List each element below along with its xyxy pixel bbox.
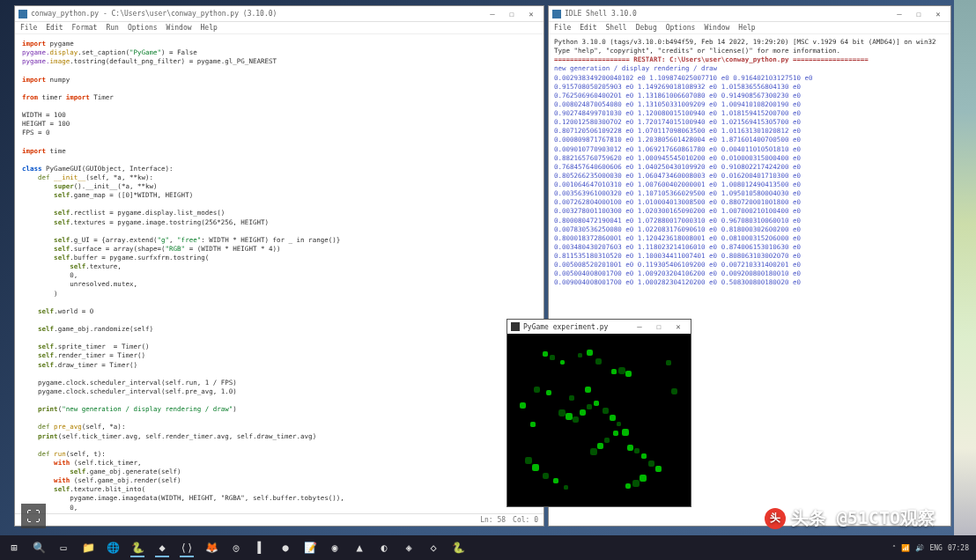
life-cell xyxy=(655,466,662,472)
taskbar-notepad[interactable]: 📝 xyxy=(299,538,321,557)
tray-arrow-icon[interactable]: ˄ xyxy=(892,544,896,552)
editor-menubar: File Edit Format Run Options Window Help xyxy=(15,22,543,34)
menu-edit[interactable]: Edit xyxy=(46,24,63,32)
taskbar-app-blue[interactable]: ◆ xyxy=(152,538,173,557)
taskbar-app-green[interactable]: ◈ xyxy=(398,538,419,557)
maximize-button[interactable]: ☐ xyxy=(650,321,668,333)
volume-icon[interactable]: 🔊 xyxy=(915,544,924,552)
menu-file[interactable]: File xyxy=(20,24,37,32)
life-cell xyxy=(604,438,610,443)
shell-title: IDLE Shell 3.10.0 xyxy=(565,10,891,18)
svg-rect-0 xyxy=(18,10,27,18)
pygame-icon xyxy=(511,322,520,331)
pygame-titlebar[interactable]: PyGame experiment.py — ☐ ✕ xyxy=(507,320,691,334)
taskbar-vscode[interactable]: ⟨⟩ xyxy=(176,538,197,557)
life-cell xyxy=(580,409,586,416)
menu-options[interactable]: Options xyxy=(666,24,696,32)
life-cell xyxy=(534,387,540,393)
taskbar-search[interactable]: 🔍 xyxy=(28,538,49,557)
minimize-button[interactable]: — xyxy=(631,321,648,333)
life-cell xyxy=(627,445,633,451)
minimize-button[interactable]: — xyxy=(484,8,501,20)
language-indicator[interactable]: ENG xyxy=(929,544,942,552)
network-icon[interactable]: 📶 xyxy=(901,544,910,552)
minimize-button[interactable]: — xyxy=(891,8,908,20)
life-cell xyxy=(569,395,574,401)
life-cell xyxy=(530,422,536,427)
taskbar-python1[interactable]: 🐍 xyxy=(127,538,148,557)
taskbar-task-view[interactable]: ▭ xyxy=(53,538,74,557)
editor-statusbar: Ln: 58 Col: 0 xyxy=(15,513,543,526)
life-cell xyxy=(666,360,671,365)
taskbar-terminal[interactable]: ▌ xyxy=(250,538,271,557)
taskbar-chrome[interactable]: ◎ xyxy=(226,538,247,557)
menu-help[interactable]: Help xyxy=(201,24,218,32)
fullscreen-icon[interactable]: ⛶ xyxy=(21,504,46,528)
life-cell xyxy=(622,429,629,436)
life-cell xyxy=(617,422,621,426)
clock[interactable]: 07:28 xyxy=(948,544,969,552)
menu-help[interactable]: Help xyxy=(738,24,755,32)
life-cell xyxy=(618,367,625,374)
taskbar-app-red[interactable]: ● xyxy=(275,538,296,557)
life-cell xyxy=(532,464,539,471)
life-cell xyxy=(550,355,555,360)
editor-title: conway_python.py - C:\Users\user\conway_… xyxy=(31,10,484,18)
close-button[interactable]: ✕ xyxy=(522,8,540,20)
menu-window[interactable]: Window xyxy=(166,24,192,32)
menu-options[interactable]: Options xyxy=(128,24,158,32)
taskbar-start[interactable]: ⊞ xyxy=(4,538,25,557)
taskbar-explorer[interactable]: 📁 xyxy=(78,538,99,557)
life-cell xyxy=(546,390,551,395)
taskbar-vlc[interactable]: ▲ xyxy=(349,538,370,557)
editor-titlebar[interactable]: conway_python.py - C:\Users\user\conway_… xyxy=(15,6,543,22)
life-cell xyxy=(564,485,568,490)
life-cell xyxy=(520,402,526,409)
taskbar-app-yellow[interactable]: ◐ xyxy=(373,538,395,557)
editor-window: conway_python.py - C:\Users\user\conway_… xyxy=(14,5,544,527)
life-cell xyxy=(525,457,532,464)
taskbar-app-orange[interactable]: ◉ xyxy=(324,538,345,557)
taskbar-edge[interactable]: 🌐 xyxy=(102,538,123,557)
menu-run[interactable]: Run xyxy=(106,24,118,32)
python-shell-icon xyxy=(552,10,561,18)
close-button[interactable]: ✕ xyxy=(669,321,687,333)
life-cell xyxy=(632,480,640,487)
life-cell xyxy=(634,448,640,453)
life-cell xyxy=(648,461,654,467)
maximize-button[interactable]: ☐ xyxy=(503,8,521,20)
life-cell xyxy=(640,475,647,482)
maximize-button[interactable]: ☐ xyxy=(910,8,928,20)
life-cell xyxy=(625,483,631,489)
video-watermark: 头 头条 @51CTO观察 xyxy=(765,506,935,530)
life-cell xyxy=(587,404,592,409)
menu-debug[interactable]: Debug xyxy=(636,24,657,32)
life-cell xyxy=(613,431,618,436)
menu-shell[interactable]: Shell xyxy=(606,24,627,32)
menu-edit[interactable]: Edit xyxy=(580,24,596,32)
life-cell xyxy=(594,401,599,406)
life-cell xyxy=(543,473,549,479)
status-col: Col: 0 xyxy=(513,516,538,524)
life-cell xyxy=(585,387,591,393)
taskbar-app-teal[interactable]: ◇ xyxy=(423,538,444,557)
shell-menubar: File Edit Shell Debug Options Window Hel… xyxy=(549,22,950,34)
svg-rect-1 xyxy=(552,10,561,18)
taskbar-python-idle[interactable]: 🐍 xyxy=(447,538,469,557)
taskbar: ⊞🔍▭📁🌐🐍◆⟨⟩🦊◎▌●📝◉▲◐◈◇🐍 ˄ 📶 🔊 ENG 07:28 xyxy=(0,535,976,560)
taskbar-firefox[interactable]: 🦊 xyxy=(201,538,222,557)
life-cell xyxy=(587,350,593,356)
life-cell xyxy=(558,409,566,416)
life-cell xyxy=(610,415,616,421)
life-cell xyxy=(573,416,579,423)
menu-file[interactable]: File xyxy=(554,24,571,32)
close-button[interactable]: ✕ xyxy=(929,8,947,20)
code-editor[interactable]: import pygame pygame.display.set_caption… xyxy=(15,34,543,513)
shell-titlebar[interactable]: IDLE Shell 3.10.0 — ☐ ✕ xyxy=(549,6,950,22)
system-tray: ˄ 📶 🔊 ENG 07:28 xyxy=(892,544,972,552)
life-cell xyxy=(595,358,602,365)
life-cell xyxy=(543,351,548,357)
menu-window[interactable]: Window xyxy=(704,24,729,32)
pygame-canvas xyxy=(507,334,691,506)
menu-format[interactable]: Format xyxy=(72,24,98,32)
